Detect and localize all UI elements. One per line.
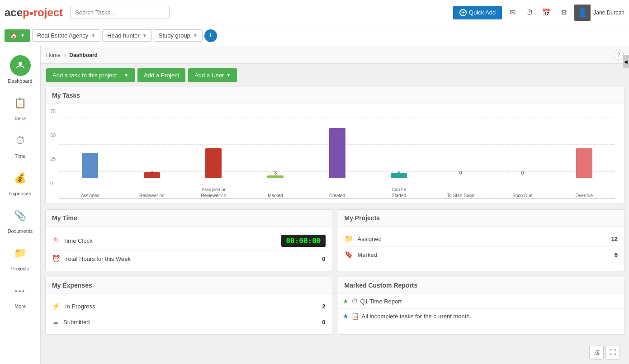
sidebar-projects-label: Projects bbox=[11, 266, 29, 271]
submitted-value: 0 bbox=[322, 319, 325, 326]
calendar-icon[interactable]: 📅 bbox=[540, 6, 553, 19]
study-group-label: Study group bbox=[159, 32, 190, 39]
projects-icon: 📁 bbox=[10, 243, 31, 264]
sidebar-item-dashboard[interactable]: Dashboard bbox=[0, 51, 40, 88]
dashboard-icon bbox=[10, 55, 31, 76]
submitted-label: Submitted bbox=[63, 319, 322, 326]
more-icon: ●●● bbox=[10, 280, 31, 301]
head-hunter-arrow: ▼ bbox=[142, 33, 147, 38]
print-button[interactable]: 🖨 bbox=[589, 345, 604, 359]
sidebar-item-projects[interactable]: 📁 Projects bbox=[0, 238, 40, 276]
bar-value-5: 5 bbox=[368, 170, 430, 171]
sidebar-item-time[interactable]: ⏱ Time bbox=[0, 126, 40, 163]
my-expenses-body: ⚡ In Progress 2 ☁ Submitted 0 bbox=[46, 294, 332, 334]
add-task-arrow: ▼ bbox=[124, 73, 128, 78]
add-user-arrow: ▼ bbox=[226, 73, 231, 78]
content-inner: Add a task to this project... ▼ Add a Pr… bbox=[41, 64, 629, 349]
time-clock-display: 00:00:00 bbox=[281, 235, 325, 247]
assigned-row: 📁 Assigned 12 bbox=[345, 231, 618, 247]
sidebar-item-more[interactable]: ●●● More bbox=[0, 276, 40, 313]
user-area[interactable]: 👤 Jane Durban bbox=[574, 5, 624, 21]
logo: aceproject bbox=[5, 6, 63, 19]
bar-label-7: Soon Due bbox=[492, 193, 553, 199]
bar-label-8: Overdue bbox=[553, 193, 615, 199]
breadcrumb-home[interactable]: Home bbox=[46, 52, 61, 58]
right-collapse-button[interactable]: ◀ bbox=[623, 55, 629, 68]
bottom-toolbar: 🖨 ⛶ bbox=[589, 345, 620, 359]
sidebar-dashboard-label: Dashboard bbox=[8, 78, 33, 84]
email-icon[interactable]: ✉ bbox=[506, 6, 519, 19]
breadcrumb-current: Dashboard bbox=[69, 52, 98, 58]
total-hours-value: 0 bbox=[322, 255, 325, 262]
search-input[interactable] bbox=[70, 6, 170, 19]
assigned-value: 12 bbox=[611, 236, 618, 242]
y-label-75: 75 bbox=[50, 109, 56, 114]
star-green-icon-0: ★ bbox=[343, 298, 349, 305]
home-dropdown-arrow: ▼ bbox=[20, 33, 25, 38]
marked-reports-title: Marked Custom Reports bbox=[338, 277, 624, 294]
sidebar-documents-label: Documents bbox=[8, 228, 33, 234]
help-button[interactable]: ? bbox=[614, 50, 624, 60]
my-tasks-title: My Tasks bbox=[46, 87, 624, 104]
time-icon: ⏱ bbox=[10, 130, 31, 151]
bar-3 bbox=[267, 175, 284, 178]
bar-value-6: 0 bbox=[430, 170, 492, 176]
study-group-dropdown[interactable]: Study group ▼ bbox=[154, 29, 203, 42]
content-area: ◀ Home › Dashboard ? Add a task to this … bbox=[41, 46, 629, 364]
clock-icon-0: ⏱ bbox=[351, 298, 358, 305]
sidebar-item-expenses[interactable]: 💰 Expenses bbox=[0, 163, 40, 201]
in-progress-label: In Progress bbox=[65, 303, 322, 310]
plus-circle-icon: + bbox=[459, 9, 467, 16]
time-clock-row: ⏱ Time Clock 00:00:00 bbox=[52, 231, 326, 251]
my-tasks-panel: My Tasks 75 50 25 0 bbox=[45, 87, 624, 204]
bar-group-7: 0Soon Due bbox=[492, 178, 553, 199]
report-row-0: ★ ⏱ Q1 Time Report bbox=[338, 294, 624, 309]
main-layout: Dashboard 📋 Tasks ⏱ Time 💰 Expenses 📎 Do… bbox=[0, 46, 629, 364]
head-hunter-label: Head hunter bbox=[107, 32, 140, 39]
add-user-button[interactable]: Add a User ▼ bbox=[188, 68, 237, 82]
user-name: Jane Durban bbox=[593, 9, 624, 16]
bar-0 bbox=[82, 153, 98, 178]
bar-label-4: Created bbox=[306, 193, 368, 199]
report-label-0: Q1 Time Report bbox=[360, 298, 402, 305]
fullscreen-button[interactable]: ⛶ bbox=[605, 345, 620, 359]
grid-line-75 bbox=[59, 118, 615, 118]
bar-label-3: Marked bbox=[245, 193, 307, 199]
study-group-arrow: ▼ bbox=[193, 33, 198, 38]
sidebar-item-documents[interactable]: 📎 Documents bbox=[0, 201, 40, 238]
bar-label-6: To Start Soon bbox=[430, 193, 492, 199]
add-project-button[interactable]: Add a Project bbox=[137, 68, 185, 82]
bar-label-5: Can beStarted bbox=[368, 187, 430, 199]
timer-icon[interactable]: ⏱ bbox=[523, 6, 536, 19]
sidebar-expenses-label: Expenses bbox=[9, 191, 31, 196]
home-button[interactable]: 🏠 ▼ bbox=[5, 29, 30, 42]
add-task-button[interactable]: Add a task to this project... ▼ bbox=[46, 68, 135, 82]
report-label-1: All incomplete tasks for the current mon… bbox=[362, 313, 472, 320]
bar-group-2: 31Assigned orReviewer on bbox=[183, 178, 245, 199]
marked-value: 6 bbox=[615, 251, 618, 258]
my-time-body: ⏱ Time Clock 00:00:00 ⏰ Total Hours for … bbox=[46, 227, 332, 271]
bar-group-8: 31Overdue bbox=[553, 178, 615, 199]
star-blue-icon-1: ★ bbox=[343, 312, 349, 320]
sidebar-tasks-label: Tasks bbox=[14, 116, 26, 121]
two-col-expenses-reports: My Expenses ⚡ In Progress 2 ☁ Submitted … bbox=[45, 277, 624, 335]
marked-row: 🔖 Marked 6 bbox=[345, 247, 618, 262]
my-projects-body: 📁 Assigned 12 🔖 Marked 6 bbox=[338, 227, 624, 267]
nav-bar: 🏠 ▼ Real Estate Agency ▼ Head hunter ▼ S… bbox=[0, 25, 629, 46]
bar-label-0: Assigned bbox=[59, 193, 121, 199]
report-row-1: ★ 📋 All incomplete tasks for the current… bbox=[338, 309, 624, 323]
quick-add-button[interactable]: + Quick Add bbox=[453, 6, 502, 19]
marked-label: Marked bbox=[358, 251, 615, 258]
real-estate-dropdown[interactable]: Real Estate Agency ▼ bbox=[32, 29, 100, 42]
total-hours-row: ⏰ Total Hours for this Week 0 bbox=[52, 251, 326, 266]
two-col-time-projects: My Time ⏱ Time Clock 00:00:00 ⏰ Total Ho… bbox=[45, 209, 624, 271]
quick-add-label: Quick Add bbox=[469, 9, 496, 16]
head-hunter-dropdown[interactable]: Head hunter ▼ bbox=[102, 29, 151, 42]
settings-icon[interactable]: ⚙ bbox=[557, 6, 571, 19]
chart-y-labels: 75 50 25 0 bbox=[50, 109, 56, 185]
bar-group-5: 5Can beStarted bbox=[368, 178, 430, 199]
breadcrumb-separator: › bbox=[64, 52, 66, 58]
sidebar-item-tasks[interactable]: 📋 Tasks bbox=[0, 88, 40, 126]
add-nav-button[interactable]: + bbox=[204, 29, 217, 42]
sidebar-time-label: Time bbox=[14, 153, 25, 159]
